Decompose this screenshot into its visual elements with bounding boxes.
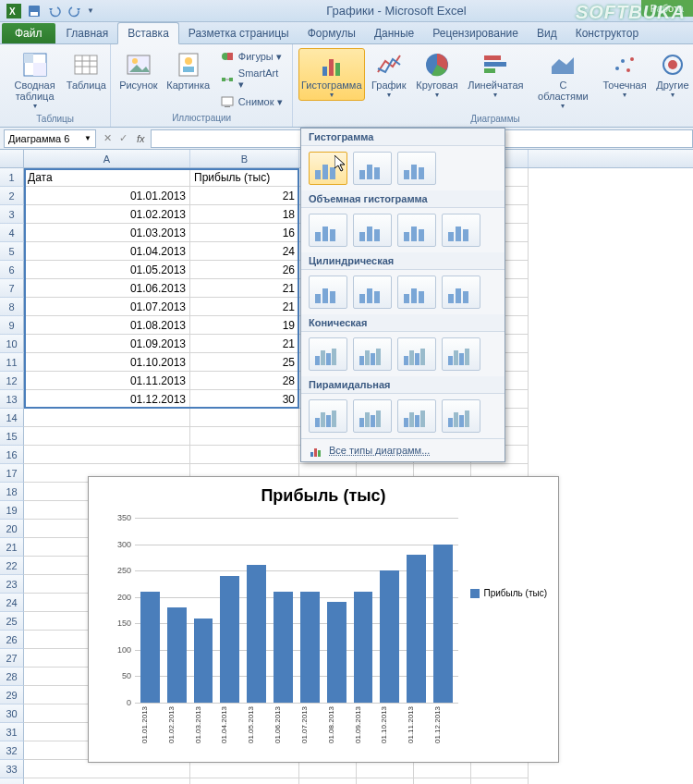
chart-subtype-option[interactable] [397,152,436,185]
row-header-27[interactable]: 27 [0,649,24,668]
cell-G34[interactable] [414,778,471,784]
cell-E34[interactable] [299,778,357,784]
name-box-dropdown-icon[interactable]: ▼ [84,134,91,142]
row-header-14[interactable]: 14 [0,409,24,427]
cell-B11[interactable]: 25 [190,353,299,372]
row-header-16[interactable]: 16 [0,446,24,464]
row-header-26[interactable]: 26 [0,631,24,649]
cell-A5[interactable]: 01.04.2013 [24,242,190,261]
chart-subtype-option[interactable] [442,399,480,433]
row-header-5[interactable]: 5 [0,242,24,261]
cell-A11[interactable]: 01.10.2013 [24,353,190,372]
row-header-20[interactable]: 20 [0,520,24,538]
cell-A14[interactable] [24,409,190,427]
chart-subtype-option[interactable] [309,152,347,185]
cell-B6[interactable]: 26 [190,261,299,279]
row-header-2[interactable]: 2 [0,187,24,205]
cell-B13[interactable]: 30 [190,390,299,409]
bar-chart-button[interactable]: Линейчатая▾ [465,48,526,101]
column-header-B[interactable]: B [190,150,299,167]
cell-H33[interactable] [471,760,529,778]
row-header-7[interactable]: 7 [0,279,24,298]
cell-A2[interactable]: 01.01.2013 [24,187,190,205]
chart-subtype-option[interactable] [309,276,347,309]
table-button[interactable]: Таблица [67,48,104,92]
cell-E33[interactable] [299,760,357,778]
chart-bar[interactable] [167,607,187,703]
cell-B4[interactable]: 16 [190,224,299,242]
cell-A12[interactable]: 01.11.2013 [24,372,190,390]
cell-A7[interactable]: 01.06.2013 [24,279,190,298]
cell-B33[interactable] [190,760,299,778]
chart-subtype-option[interactable] [353,152,392,185]
cell-A3[interactable]: 01.02.2013 [24,205,190,224]
chart-bar[interactable] [274,592,293,703]
chart-bar[interactable] [300,592,320,703]
clipart-button[interactable]: Картинка [164,48,213,92]
tab-вставка[interactable]: Вставка [117,22,179,44]
chart-subtype-option[interactable] [397,399,436,433]
cell-B5[interactable]: 24 [190,242,299,261]
chart-bar[interactable] [327,602,346,703]
chart-title[interactable]: Прибыль (тыс) [89,477,558,511]
all-chart-types-button[interactable]: Все типы диаграмм... [301,438,505,461]
cell-B16[interactable] [190,446,299,464]
chart-bar[interactable] [220,576,239,703]
enter-icon[interactable]: ✓ [116,132,131,144]
cell-B12[interactable]: 28 [190,372,299,390]
picture-button[interactable]: Рисунок [116,48,160,92]
cell-A4[interactable]: 01.03.2013 [24,224,190,242]
pivot-button[interactable]: Сводная таблица▾ [6,48,64,112]
row-header-34[interactable]: 34 [0,778,24,784]
cell-A34[interactable] [24,778,190,784]
cell-F33[interactable] [357,760,414,778]
cell-A33[interactable] [24,760,190,778]
row-header-28[interactable]: 28 [0,668,24,686]
shapes-button[interactable]: Фигуры ▾ [216,48,286,65]
chart-subtype-option[interactable] [353,399,392,433]
chart-subtype-option[interactable] [442,276,480,309]
line-chart-button[interactable]: График▾ [369,48,409,101]
cell-A16[interactable] [24,446,190,464]
cell-B7[interactable]: 21 [190,279,299,298]
chart-subtype-option[interactable] [397,214,436,247]
chart-plot-area[interactable] [135,518,458,703]
chart-legend[interactable]: Прибыль (тыс) [470,588,547,598]
row-header-17[interactable]: 17 [0,464,24,483]
cell-G33[interactable] [414,760,471,778]
cell-B8[interactable]: 21 [190,298,299,316]
other-chart-button[interactable]: Другие▾ [653,48,692,101]
cancel-icon[interactable]: ✕ [100,132,116,144]
name-box[interactable]: Диаграмма 6 ▼ [4,129,96,148]
cell-B9[interactable]: 19 [190,316,299,335]
chart-subtype-option[interactable] [353,337,392,371]
row-header-30[interactable]: 30 [0,704,24,723]
cell-A8[interactable]: 01.07.2013 [24,298,190,316]
tab-главная[interactable]: Главная [57,23,118,43]
chart-bar[interactable] [407,555,426,703]
row-header-11[interactable]: 11 [0,353,24,372]
row-header-32[interactable]: 32 [0,741,24,760]
column-chart-button[interactable]: Гистограмма▾ [298,48,365,101]
cell-A1[interactable]: Дата [24,168,190,187]
area-chart-button[interactable]: С областями▾ [530,48,597,112]
tab-разметка страницы[interactable]: Разметка страницы [179,23,298,43]
row-header-10[interactable]: 10 [0,335,24,353]
row-header-25[interactable]: 25 [0,612,24,631]
row-header-1[interactable]: 1 [0,168,24,187]
cell-B15[interactable] [190,427,299,446]
excel-icon[interactable]: X [6,3,22,19]
chart-subtype-option[interactable] [309,399,347,433]
qat-dropdown-icon[interactable]: ▼ [87,6,94,15]
embedded-chart[interactable]: Прибыль (тыс) 050100150200250300350 01.0… [88,476,559,763]
select-all-corner[interactable] [0,150,24,167]
fx-icon[interactable]: fx [131,133,151,144]
chart-subtype-option[interactable] [442,214,480,247]
tab-вид[interactable]: Вид [528,23,566,43]
cell-A6[interactable]: 01.05.2013 [24,261,190,279]
redo-icon[interactable] [67,3,83,19]
chart-bar[interactable] [194,619,213,703]
cell-B3[interactable]: 18 [190,205,299,224]
chart-bar[interactable] [354,592,373,703]
tab-формулы[interactable]: Формулы [298,23,365,43]
